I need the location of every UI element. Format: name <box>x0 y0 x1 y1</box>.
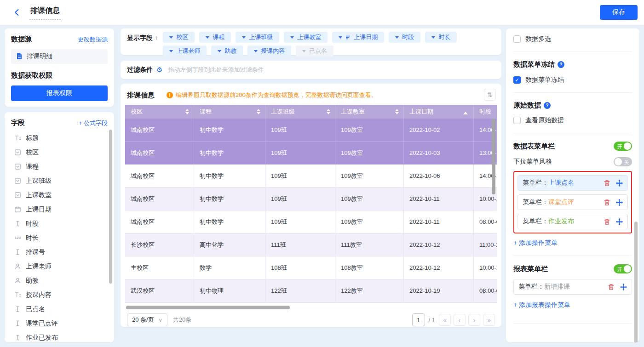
multi-select-checkbox-row[interactable]: 数据多选 <box>513 35 632 43</box>
first-page-button[interactable]: « <box>439 314 451 326</box>
table-row[interactable]: 城南校区 初中数学 109班 109教室 2022-10-11 08:00-0 <box>125 210 497 233</box>
add-display-field-button[interactable]: + <box>155 34 158 41</box>
add-formula-field-link[interactable]: + 公式字段 <box>79 119 108 127</box>
page-number-input[interactable]: 1 <box>412 313 425 326</box>
field-item[interactable]: 已点名 <box>11 302 108 316</box>
delete-icon[interactable] <box>604 218 610 225</box>
add-action-menu-link[interactable]: + 添加操作菜单 <box>513 239 632 247</box>
column-header[interactable]: 上课教室 <box>335 105 404 119</box>
move-icon[interactable] <box>616 180 623 187</box>
move-icon[interactable] <box>616 199 623 206</box>
field-item[interactable]: 授课内容 <box>11 288 108 302</box>
change-datasource-link[interactable]: 更改数据源 <box>78 35 108 44</box>
display-field-chip[interactable]: 时长 <box>425 32 457 43</box>
checkbox-checked[interactable]: ✓ <box>513 76 521 84</box>
dropdown-style-toggle-off[interactable]: 关 <box>614 157 632 166</box>
field-item[interactable]: 校区 <box>11 145 108 159</box>
field-item[interactable]: 排课号 <box>11 245 108 259</box>
display-field-chip[interactable]: 助教 <box>211 46 243 57</box>
display-field-chip[interactable]: 上课教室 <box>284 32 328 43</box>
save-button[interactable]: 保存 <box>600 5 638 20</box>
sort-arrows-icon[interactable] <box>185 107 189 116</box>
column-header-sorted-asc[interactable]: 上课日期 <box>404 105 474 119</box>
panel-scrollbar-thumb[interactable] <box>634 222 638 342</box>
display-field-chip[interactable]: 上课老师 <box>163 46 207 57</box>
delete-icon[interactable] <box>608 284 615 290</box>
next-page-button[interactable]: › <box>468 314 480 326</box>
raw-data-section-title: 原始数据 ? <box>513 101 632 110</box>
table-row[interactable]: 长沙校区 高中化学 111班 111教室 2022-10-12 11:00-1 <box>125 233 497 256</box>
table-row[interactable]: 城南校区 初中数学 109班 109教室 2022-10-11 10:00-1 <box>125 188 497 210</box>
menu-bar-item[interactable]: 菜单栏： 新增排课 <box>513 279 632 295</box>
warning-icon: ! <box>167 92 173 98</box>
menu-bar-item[interactable]: 菜单栏： 作业发布 <box>518 214 628 229</box>
display-field-chip[interactable]: 时段 <box>389 32 420 43</box>
sort-order-icon <box>345 35 351 40</box>
sort-asc-icon[interactable] <box>463 109 468 114</box>
field-item[interactable]: 上课教室 <box>11 188 108 202</box>
help-icon[interactable]: ? <box>558 61 564 68</box>
field-item[interactable]: 时段 <box>11 216 108 231</box>
fields-scrollbar-thumb[interactable] <box>109 130 112 284</box>
panel-scrollbar[interactable] <box>634 192 638 339</box>
pagination-bar: 20 条/页∨ 共20条 1 / 1 « ‹ › » <box>125 313 497 326</box>
sort-switch-button[interactable]: ⇅ <box>484 89 496 101</box>
delete-icon[interactable] <box>604 199 610 206</box>
move-icon[interactable] <box>616 218 623 225</box>
field-item[interactable]: 上课日期 <box>11 202 108 216</box>
move-icon[interactable] <box>620 284 627 290</box>
last-page-button[interactable]: » <box>483 314 495 326</box>
table-row-selected[interactable]: 城南校区 初中数学 109班 109教室 2022-10-02 14:00-1 <box>125 119 497 142</box>
delete-icon[interactable] <box>604 180 610 187</box>
datasource-item[interactable]: 排课明细 <box>11 49 108 64</box>
checkbox-unchecked[interactable] <box>513 35 521 43</box>
field-item[interactable]: 123 时长 <box>11 231 108 245</box>
table-row[interactable]: 武汉校区 初中物理 122班 122教室 2022-10-19 08:00-0 <box>125 279 497 302</box>
column-header[interactable]: 上课班级 <box>265 105 335 119</box>
field-item[interactable]: 助教 <box>11 273 108 288</box>
table-row-selected[interactable]: 城南校区 初中数学 109班 109教室 2022-10-03 13:00-1 <box>125 142 497 165</box>
freeze-checkbox-row[interactable]: ✓ 数据菜单冻结 <box>513 76 632 84</box>
gear-icon[interactable]: ⚙ <box>156 66 162 74</box>
raw-data-checkbox-row[interactable]: 查看原始数据 <box>513 116 632 125</box>
column-header[interactable]: 课程 <box>194 105 265 119</box>
report-menu-toggle-on[interactable]: 开 <box>614 264 632 273</box>
display-field-chip[interactable]: 校区 <box>163 32 195 43</box>
back-icon[interactable] <box>12 7 22 17</box>
permission-title: 数据获取权限 <box>11 71 108 80</box>
table-horizontal-scrollbar-thumb[interactable] <box>126 306 290 309</box>
page-size-select[interactable]: 20 条/页∨ <box>127 313 167 326</box>
field-item[interactable]: 上课班级 <box>11 174 108 188</box>
table-horizontal-scrollbar[interactable] <box>125 306 497 309</box>
field-item[interactable]: 标题 <box>11 131 108 145</box>
sort-arrows-icon[interactable] <box>327 107 330 116</box>
column-header[interactable]: 时段 <box>474 105 497 119</box>
field-item[interactable]: 课堂已点评 <box>11 316 108 330</box>
sort-arrows-icon[interactable] <box>395 107 399 116</box>
column-header[interactable]: 校区 <box>125 105 194 119</box>
checkbox-unchecked[interactable] <box>513 117 521 124</box>
table-row[interactable]: 城南校区 初中数学 109班 109教室 2022-10-06 14:00-1 <box>125 165 497 188</box>
display-field-chip[interactable]: 上课班级 <box>236 32 279 43</box>
field-item[interactable]: 上课老师 <box>11 259 108 273</box>
filter-dropzone-placeholder[interactable]: 拖动左侧字段到此处来添加过滤条件 <box>168 66 264 74</box>
help-icon[interactable]: ? <box>544 102 551 109</box>
add-report-action-menu-link[interactable]: + 添加报表操作菜单 <box>513 301 632 309</box>
menu-bar-item[interactable]: 菜单栏： 上课点名 <box>518 175 628 191</box>
filter-bar: 过滤条件 ⚙ 拖动左侧字段到此处来添加过滤条件 <box>121 61 501 79</box>
text-field-icon <box>14 319 22 327</box>
display-field-chip-sorted[interactable]: 上课日期 <box>332 32 384 43</box>
sort-arrows-icon[interactable] <box>257 107 260 116</box>
field-item[interactable]: 课程 <box>11 159 108 174</box>
prev-page-button[interactable]: ‹ <box>454 314 466 326</box>
display-field-chip[interactable]: 课程 <box>199 32 231 43</box>
menu-bar-item[interactable]: 菜单栏： 课堂点评 <box>518 194 628 210</box>
table-row[interactable]: 主校区 数学 108班 108教室 2022-10-12 10:00-1 <box>125 256 497 279</box>
table-vertical-scrollbar[interactable] <box>492 119 495 301</box>
table-menu-toggle-on[interactable]: 开 <box>614 142 632 151</box>
report-permission-button[interactable]: 报表权限 <box>11 85 108 101</box>
fields-scrollbar[interactable] <box>109 129 112 338</box>
table-vertical-scrollbar-thumb[interactable] <box>492 119 495 194</box>
field-item[interactable]: 作业已发布 <box>11 330 108 342</box>
display-field-chip[interactable]: 授课内容 <box>247 46 291 57</box>
